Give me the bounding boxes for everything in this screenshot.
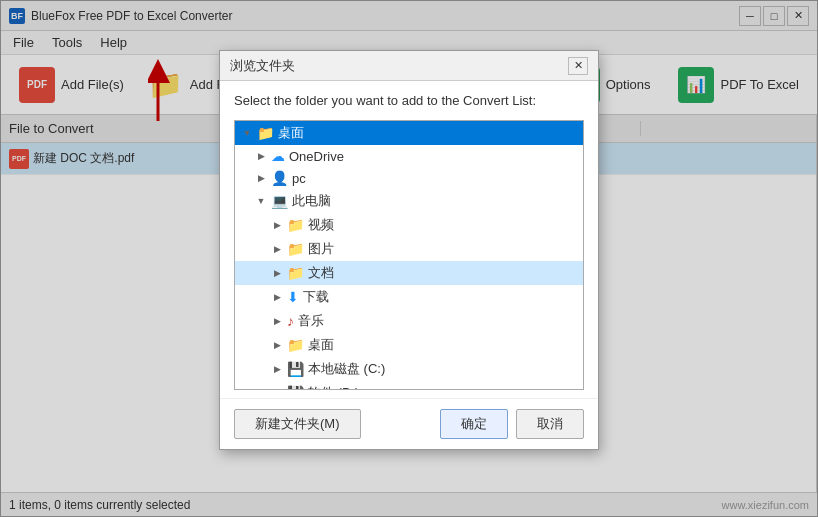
expand-icon-desktop2: ▶ (271, 339, 283, 351)
dialog-overlay: 浏览文件夹 ✕ Select the folder you want to ad… (0, 0, 818, 517)
dialog-title-bar: 浏览文件夹 ✕ (220, 51, 598, 81)
tree-label-desktop2: 桌面 (308, 336, 334, 354)
folder-icon-desktop: 📁 (257, 125, 274, 141)
tree-label-pictures: 图片 (308, 240, 334, 258)
download-icon: ⬇ (287, 289, 299, 305)
expand-icon-pictures: ▶ (271, 243, 283, 255)
cloud-icon-onedrive: ☁ (271, 148, 285, 164)
tree-label-documents: 文档 (308, 264, 334, 282)
dialog-close-button[interactable]: ✕ (568, 57, 588, 75)
tree-item-desktop[interactable]: ▼ 📁 桌面 (235, 121, 583, 145)
tree-item-drive-d[interactable]: ▶ 💾 软件 (D:) (235, 381, 583, 390)
tree-label-pc: pc (292, 171, 306, 186)
tree-item-pc[interactable]: ▶ 👤 pc (235, 167, 583, 189)
tree-label-onedrive: OneDrive (289, 149, 344, 164)
expand-icon-pc: ▶ (255, 172, 267, 184)
tree-label-music: 音乐 (298, 312, 324, 330)
browse-folder-dialog: 浏览文件夹 ✕ Select the folder you want to ad… (219, 50, 599, 450)
folder-icon-documents: 📁 (287, 265, 304, 281)
tree-label-drive-d: 软件 (D:) (308, 384, 359, 390)
expand-icon-downloads: ▶ (271, 291, 283, 303)
tree-item-videos[interactable]: ▶ 📁 视频 (235, 213, 583, 237)
cancel-button[interactable]: 取消 (516, 409, 584, 439)
folder-icon-desktop2: 📁 (287, 337, 304, 353)
music-icon: ♪ (287, 313, 294, 329)
expand-icon-mycomputer: ▼ (255, 195, 267, 207)
folder-icon-pictures: 📁 (287, 241, 304, 257)
folder-tree[interactable]: ▼ 📁 桌面 ▶ ☁ OneDrive ▶ 👤 pc ▼ 💻 此电脑 (234, 120, 584, 390)
tree-item-desktop2[interactable]: ▶ 📁 桌面 (235, 333, 583, 357)
dialog-buttons: 新建文件夹(M) 确定 取消 (220, 398, 598, 449)
expand-icon-drive-c: ▶ (271, 363, 283, 375)
tree-label-mycomputer: 此电脑 (292, 192, 331, 210)
computer-icon: 💻 (271, 193, 288, 209)
folder-icon-videos: 📁 (287, 217, 304, 233)
tree-label-drive-c: 本地磁盘 (C:) (308, 360, 385, 378)
tree-label-videos: 视频 (308, 216, 334, 234)
tree-item-mycomputer[interactable]: ▼ 💻 此电脑 (235, 189, 583, 213)
person-icon-pc: 👤 (271, 170, 288, 186)
tree-item-downloads[interactable]: ▶ ⬇ 下载 (235, 285, 583, 309)
dialog-btn-group: 确定 取消 (440, 409, 584, 439)
expand-icon-videos: ▶ (271, 219, 283, 231)
tree-item-pictures[interactable]: ▶ 📁 图片 (235, 237, 583, 261)
dialog-instruction: Select the folder you want to add to the… (220, 81, 598, 116)
drive-c-icon: 💾 (287, 361, 304, 377)
expand-icon-documents: ▶ (271, 267, 283, 279)
tree-item-documents[interactable]: ▶ 📁 文档 (235, 261, 583, 285)
expand-icon: ▼ (241, 127, 253, 139)
ok-button[interactable]: 确定 (440, 409, 508, 439)
new-folder-button[interactable]: 新建文件夹(M) (234, 409, 361, 439)
tree-label-desktop: 桌面 (278, 124, 304, 142)
expand-icon-onedrive: ▶ (255, 150, 267, 162)
drive-d-icon: 💾 (287, 385, 304, 390)
expand-icon-drive-d: ▶ (271, 387, 283, 390)
tree-item-drive-c[interactable]: ▶ 💾 本地磁盘 (C:) (235, 357, 583, 381)
tree-item-music[interactable]: ▶ ♪ 音乐 (235, 309, 583, 333)
tree-label-downloads: 下载 (303, 288, 329, 306)
tree-item-onedrive[interactable]: ▶ ☁ OneDrive (235, 145, 583, 167)
expand-icon-music: ▶ (271, 315, 283, 327)
dialog-title: 浏览文件夹 (230, 57, 295, 75)
